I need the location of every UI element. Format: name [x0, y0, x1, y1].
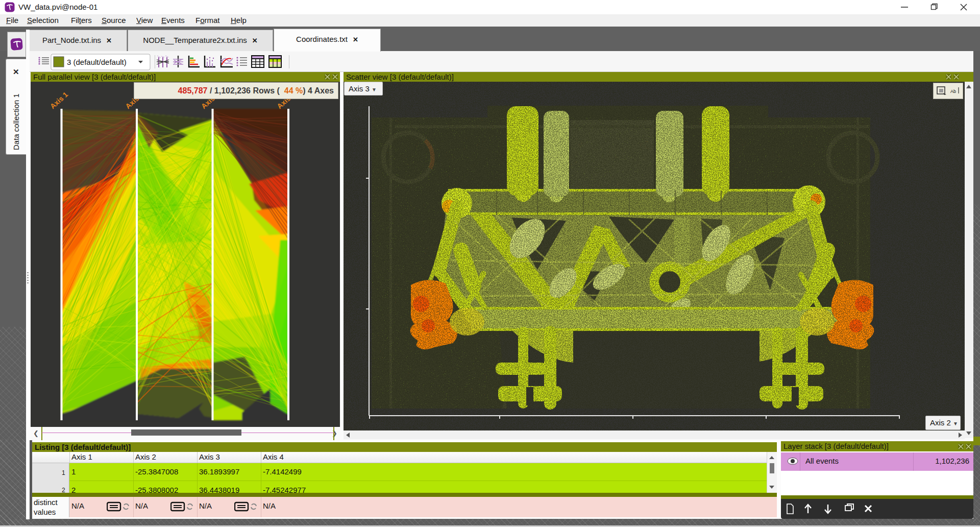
svg-text:3 (default/default): 3 (default/default) — [67, 58, 127, 66]
svg-text:Ab: Ab — [950, 89, 956, 94]
